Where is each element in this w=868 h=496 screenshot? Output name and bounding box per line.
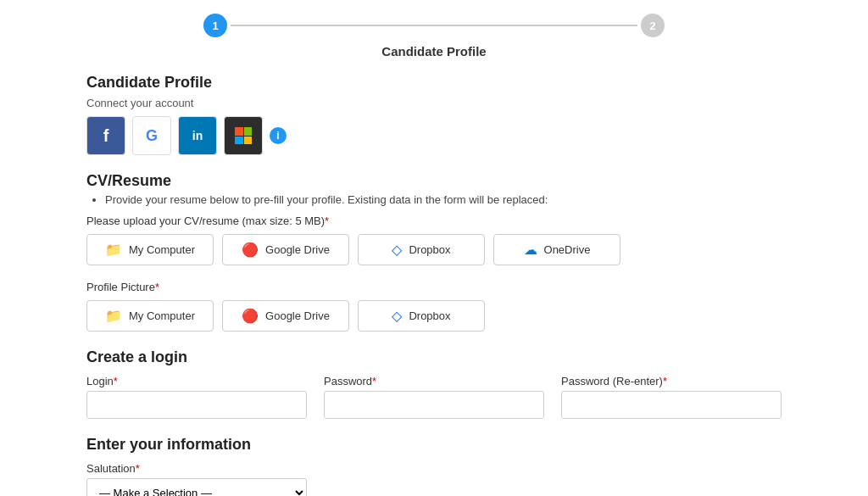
- linkedin-icon: in: [192, 129, 203, 142]
- cv-dropbox-button[interactable]: ◇ Dropbox: [358, 234, 485, 265]
- salutation-field: Salutation* — Make a Selection — Mr. Mrs…: [86, 462, 307, 496]
- profile-picture-label: Profile Picture*: [86, 281, 782, 293]
- page-subtitle: Candidate Profile: [86, 44, 782, 59]
- password-reenter-input[interactable]: [561, 391, 782, 419]
- password-field: Password*: [324, 375, 544, 419]
- google-drive-icon-pic: 🔴: [242, 308, 259, 324]
- connect-account-label: Connect your account: [86, 97, 782, 109]
- create-login-section: Create a login Login* Password* Password…: [86, 348, 782, 419]
- profile-picture-buttons: 📁 My Computer 🔴 Google Drive ◇ Dropbox: [86, 300, 782, 332]
- password-input[interactable]: [324, 391, 544, 419]
- progress-step-1: 1: [203, 14, 227, 37]
- google-drive-icon: 🔴: [242, 242, 259, 258]
- enter-info-heading: Enter your information: [86, 436, 782, 454]
- pic-dropbox-button[interactable]: ◇ Dropbox: [358, 300, 485, 332]
- onedrive-icon: ☁: [524, 242, 537, 258]
- password-reenter-field: Password (Re-enter)*: [561, 375, 782, 419]
- enter-info-section: Enter your information Salutation* — Mak…: [86, 436, 782, 496]
- google-connect-button[interactable]: G: [132, 116, 171, 155]
- login-input[interactable]: [86, 391, 307, 419]
- cv-upload-buttons: 📁 My Computer 🔴 Google Drive ◇ Dropbox ☁…: [86, 234, 782, 265]
- password-label: Password*: [324, 375, 544, 387]
- linkedin-connect-button[interactable]: in: [178, 116, 217, 155]
- pic-my-computer-label: My Computer: [129, 309, 195, 322]
- salutation-select[interactable]: — Make a Selection — Mr. Mrs. Ms. Dr.: [86, 478, 307, 496]
- cv-onedrive-button[interactable]: ☁ OneDrive: [493, 234, 620, 265]
- cv-my-computer-label: My Computer: [129, 243, 195, 256]
- dropbox-icon: ◇: [392, 242, 402, 258]
- microsoft-connect-button[interactable]: [224, 116, 263, 155]
- cv-resume-heading: CV/Resume: [86, 172, 782, 190]
- progress-line: [231, 25, 637, 26]
- folder-icon: 📁: [105, 242, 122, 258]
- pic-google-drive-button[interactable]: 🔴 Google Drive: [222, 300, 349, 332]
- facebook-icon: f: [103, 126, 109, 146]
- folder-icon-pic: 📁: [105, 308, 122, 324]
- candidate-profile-heading: Candidate Profile: [86, 74, 782, 92]
- candidate-profile-section: Candidate Profile Connect your account f…: [86, 74, 782, 155]
- login-label: Login*: [86, 375, 307, 387]
- microsoft-icon: [235, 127, 252, 144]
- login-fields-row: Login* Password* Password (Re-enter)*: [86, 375, 782, 419]
- pic-google-drive-label: Google Drive: [265, 309, 330, 322]
- create-login-heading: Create a login: [86, 348, 782, 366]
- progress-bar: 1 2: [86, 0, 782, 44]
- cv-note: Provide your resume below to pre-fill yo…: [86, 193, 782, 206]
- cv-google-drive-label: Google Drive: [265, 243, 330, 256]
- cv-onedrive-label: OneDrive: [544, 243, 591, 256]
- pic-my-computer-button[interactable]: 📁 My Computer: [86, 300, 214, 332]
- password-reenter-label: Password (Re-enter)*: [561, 375, 782, 387]
- cv-my-computer-button[interactable]: 📁 My Computer: [86, 234, 214, 265]
- facebook-connect-button[interactable]: f: [86, 116, 125, 155]
- info-badge[interactable]: i: [270, 127, 287, 144]
- dropbox-icon-pic: ◇: [392, 308, 402, 324]
- google-icon: G: [146, 127, 158, 145]
- cv-google-drive-button[interactable]: 🔴 Google Drive: [222, 234, 349, 265]
- cv-dropbox-label: Dropbox: [409, 243, 450, 256]
- cv-upload-label: Please upload your CV/resume (max size: …: [86, 215, 782, 227]
- pic-dropbox-label: Dropbox: [409, 309, 450, 322]
- profile-picture-section: Profile Picture* 📁 My Computer 🔴 Google …: [86, 281, 782, 332]
- salutation-label: Salutation*: [86, 462, 307, 475]
- progress-step-2: 2: [641, 14, 665, 37]
- social-icons-row: f G in i: [86, 116, 782, 155]
- login-field: Login*: [86, 375, 307, 419]
- cv-resume-section: CV/Resume Provide your resume below to p…: [86, 172, 782, 332]
